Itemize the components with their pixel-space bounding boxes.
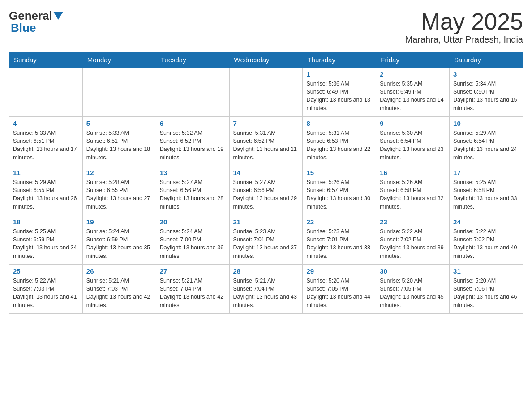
calendar-header-tuesday: Tuesday bbox=[156, 52, 229, 68]
day-number: 19 bbox=[86, 218, 152, 226]
calendar-day-cell: 10Sunrise: 5:29 AM Sunset: 6:54 PM Dayli… bbox=[450, 117, 523, 166]
day-number: 25 bbox=[13, 267, 79, 275]
calendar-week-row: 1Sunrise: 5:36 AM Sunset: 6:49 PM Daylig… bbox=[9, 68, 523, 117]
logo-blue-text: Blue bbox=[11, 21, 36, 35]
calendar-week-row: 11Sunrise: 5:29 AM Sunset: 6:55 PM Dayli… bbox=[9, 166, 523, 215]
day-number: 28 bbox=[233, 267, 299, 275]
calendar-day-cell: 1Sunrise: 5:36 AM Sunset: 6:49 PM Daylig… bbox=[303, 68, 376, 117]
calendar-header-friday: Friday bbox=[376, 52, 450, 68]
calendar-day-cell: 6Sunrise: 5:32 AM Sunset: 6:52 PM Daylig… bbox=[156, 117, 229, 166]
calendar-day-cell: 3Sunrise: 5:34 AM Sunset: 6:50 PM Daylig… bbox=[450, 68, 523, 117]
day-info: Sunrise: 5:26 AM Sunset: 6:57 PM Dayligh… bbox=[306, 178, 372, 211]
day-info: Sunrise: 5:28 AM Sunset: 6:55 PM Dayligh… bbox=[86, 178, 152, 211]
calendar-day-cell: 26Sunrise: 5:21 AM Sunset: 7:03 PM Dayli… bbox=[82, 265, 156, 314]
logo-arrow-icon bbox=[53, 12, 63, 21]
calendar-day-cell: 5Sunrise: 5:33 AM Sunset: 6:51 PM Daylig… bbox=[82, 117, 156, 166]
logo: General Blue bbox=[9, 9, 63, 35]
day-number: 1 bbox=[306, 70, 372, 78]
day-info: Sunrise: 5:27 AM Sunset: 6:56 PM Dayligh… bbox=[233, 178, 299, 211]
calendar-table: SundayMondayTuesdayWednesdayThursdayFrid… bbox=[9, 52, 523, 314]
calendar-day-cell: 23Sunrise: 5:22 AM Sunset: 7:02 PM Dayli… bbox=[376, 215, 450, 265]
day-number: 5 bbox=[86, 120, 152, 127]
day-info: Sunrise: 5:20 AM Sunset: 7:06 PM Dayligh… bbox=[453, 277, 519, 309]
calendar-day-cell: 29Sunrise: 5:20 AM Sunset: 7:05 PM Dayli… bbox=[303, 265, 376, 314]
calendar-day-cell: 17Sunrise: 5:25 AM Sunset: 6:58 PM Dayli… bbox=[450, 166, 523, 215]
day-info: Sunrise: 5:32 AM Sunset: 6:52 PM Dayligh… bbox=[160, 129, 226, 162]
day-number: 9 bbox=[380, 120, 446, 127]
day-info: Sunrise: 5:21 AM Sunset: 7:04 PM Dayligh… bbox=[233, 277, 299, 309]
day-number: 20 bbox=[160, 218, 226, 226]
day-info: Sunrise: 5:33 AM Sunset: 6:51 PM Dayligh… bbox=[86, 129, 152, 162]
calendar-day-cell: 21Sunrise: 5:23 AM Sunset: 7:01 PM Dayli… bbox=[229, 215, 303, 265]
calendar-day-cell: 31Sunrise: 5:20 AM Sunset: 7:06 PM Dayli… bbox=[450, 265, 523, 314]
day-info: Sunrise: 5:22 AM Sunset: 7:02 PM Dayligh… bbox=[453, 227, 519, 260]
day-number: 11 bbox=[13, 169, 79, 176]
day-info: Sunrise: 5:24 AM Sunset: 7:00 PM Dayligh… bbox=[160, 227, 226, 260]
day-info: Sunrise: 5:24 AM Sunset: 6:59 PM Dayligh… bbox=[86, 227, 152, 260]
calendar-day-cell: 15Sunrise: 5:26 AM Sunset: 6:57 PM Dayli… bbox=[303, 166, 376, 215]
day-number: 29 bbox=[306, 267, 372, 275]
svg-marker-0 bbox=[53, 12, 63, 20]
day-number: 8 bbox=[306, 120, 372, 127]
calendar-day-cell: 30Sunrise: 5:20 AM Sunset: 7:05 PM Dayli… bbox=[376, 265, 450, 314]
day-info: Sunrise: 5:21 AM Sunset: 7:03 PM Dayligh… bbox=[86, 277, 152, 309]
calendar-header-thursday: Thursday bbox=[303, 52, 376, 68]
calendar-day-cell: 27Sunrise: 5:21 AM Sunset: 7:04 PM Dayli… bbox=[156, 265, 229, 314]
day-info: Sunrise: 5:33 AM Sunset: 6:51 PM Dayligh… bbox=[13, 129, 79, 162]
calendar-day-cell: 19Sunrise: 5:24 AM Sunset: 6:59 PM Dayli… bbox=[82, 215, 156, 265]
day-number: 12 bbox=[86, 169, 152, 176]
calendar-week-row: 4Sunrise: 5:33 AM Sunset: 6:51 PM Daylig… bbox=[9, 117, 523, 166]
calendar-week-row: 18Sunrise: 5:25 AM Sunset: 6:59 PM Dayli… bbox=[9, 215, 523, 265]
calendar-day-cell: 13Sunrise: 5:27 AM Sunset: 6:56 PM Dayli… bbox=[156, 166, 229, 215]
day-number: 27 bbox=[160, 267, 226, 275]
calendar-day-cell: 28Sunrise: 5:21 AM Sunset: 7:04 PM Dayli… bbox=[229, 265, 303, 314]
day-number: 18 bbox=[13, 218, 79, 226]
day-info: Sunrise: 5:22 AM Sunset: 7:03 PM Dayligh… bbox=[13, 277, 79, 309]
day-info: Sunrise: 5:30 AM Sunset: 6:54 PM Dayligh… bbox=[380, 129, 446, 162]
calendar-day-cell: 20Sunrise: 5:24 AM Sunset: 7:00 PM Dayli… bbox=[156, 215, 229, 265]
calendar-day-cell: 16Sunrise: 5:26 AM Sunset: 6:58 PM Dayli… bbox=[376, 166, 450, 215]
day-number: 26 bbox=[86, 267, 152, 275]
title-area: May 2025 Marahra, Uttar Pradesh, India bbox=[405, 9, 523, 45]
day-info: Sunrise: 5:31 AM Sunset: 6:52 PM Dayligh… bbox=[233, 129, 299, 162]
day-number: 22 bbox=[306, 218, 372, 226]
day-number: 13 bbox=[160, 169, 226, 176]
day-info: Sunrise: 5:23 AM Sunset: 7:01 PM Dayligh… bbox=[233, 227, 299, 260]
calendar-day-cell bbox=[229, 68, 303, 117]
calendar-day-cell: 12Sunrise: 5:28 AM Sunset: 6:55 PM Dayli… bbox=[82, 166, 156, 215]
calendar-day-cell: 11Sunrise: 5:29 AM Sunset: 6:55 PM Dayli… bbox=[9, 166, 83, 215]
calendar-day-cell: 7Sunrise: 5:31 AM Sunset: 6:52 PM Daylig… bbox=[229, 117, 303, 166]
day-number: 24 bbox=[453, 218, 519, 226]
calendar-day-cell bbox=[156, 68, 229, 117]
day-info: Sunrise: 5:29 AM Sunset: 6:54 PM Dayligh… bbox=[453, 129, 519, 162]
day-info: Sunrise: 5:29 AM Sunset: 6:55 PM Dayligh… bbox=[13, 178, 79, 211]
calendar-header-sunday: Sunday bbox=[9, 52, 83, 68]
day-number: 10 bbox=[453, 120, 519, 127]
day-number: 17 bbox=[453, 169, 519, 176]
day-number: 3 bbox=[453, 70, 519, 78]
day-number: 16 bbox=[380, 169, 446, 176]
day-info: Sunrise: 5:34 AM Sunset: 6:50 PM Dayligh… bbox=[453, 80, 519, 112]
page-subtitle: Marahra, Uttar Pradesh, India bbox=[405, 34, 523, 45]
day-info: Sunrise: 5:35 AM Sunset: 6:49 PM Dayligh… bbox=[380, 80, 446, 112]
day-number: 6 bbox=[160, 120, 226, 127]
day-info: Sunrise: 5:31 AM Sunset: 6:53 PM Dayligh… bbox=[306, 129, 372, 162]
calendar-day-cell: 2Sunrise: 5:35 AM Sunset: 6:49 PM Daylig… bbox=[376, 68, 450, 117]
day-number: 31 bbox=[453, 267, 519, 275]
calendar-header-monday: Monday bbox=[82, 52, 156, 68]
calendar-day-cell: 25Sunrise: 5:22 AM Sunset: 7:03 PM Dayli… bbox=[9, 265, 83, 314]
day-info: Sunrise: 5:23 AM Sunset: 7:01 PM Dayligh… bbox=[306, 227, 372, 260]
calendar-day-cell bbox=[9, 68, 83, 117]
day-info: Sunrise: 5:27 AM Sunset: 6:56 PM Dayligh… bbox=[160, 178, 226, 211]
day-info: Sunrise: 5:20 AM Sunset: 7:05 PM Dayligh… bbox=[380, 277, 446, 309]
day-number: 21 bbox=[233, 218, 299, 226]
day-info: Sunrise: 5:22 AM Sunset: 7:02 PM Dayligh… bbox=[380, 227, 446, 260]
day-info: Sunrise: 5:20 AM Sunset: 7:05 PM Dayligh… bbox=[306, 277, 372, 309]
calendar-day-cell: 18Sunrise: 5:25 AM Sunset: 6:59 PM Dayli… bbox=[9, 215, 83, 265]
day-number: 30 bbox=[380, 267, 446, 275]
calendar-day-cell: 9Sunrise: 5:30 AM Sunset: 6:54 PM Daylig… bbox=[376, 117, 450, 166]
calendar-day-cell: 8Sunrise: 5:31 AM Sunset: 6:53 PM Daylig… bbox=[303, 117, 376, 166]
day-info: Sunrise: 5:25 AM Sunset: 6:58 PM Dayligh… bbox=[453, 178, 519, 211]
calendar-week-row: 25Sunrise: 5:22 AM Sunset: 7:03 PM Dayli… bbox=[9, 265, 523, 314]
day-number: 4 bbox=[13, 120, 79, 127]
